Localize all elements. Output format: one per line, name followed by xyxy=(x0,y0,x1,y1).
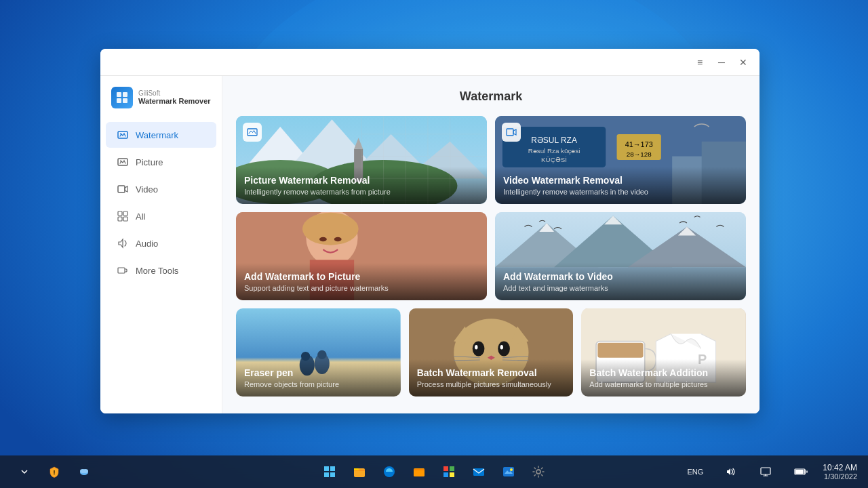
svg-rect-12 xyxy=(123,211,127,216)
sidebar-item-audio[interactable]: Audio xyxy=(106,230,216,256)
language-label: ENG xyxy=(687,468,703,476)
svg-rect-97 xyxy=(473,468,484,476)
menu-button[interactable]: ≡ xyxy=(692,54,708,70)
title-bar: ≡ ─ ✕ xyxy=(100,49,760,76)
taskbar-mail[interactable] xyxy=(465,458,492,485)
taskbar-file-explorer[interactable] xyxy=(346,458,373,485)
audio-icon xyxy=(117,237,129,249)
taskbar-ms-store[interactable] xyxy=(435,458,462,485)
picture-icon-badge xyxy=(243,123,262,142)
card-video-watermark-removal[interactable]: RƏSUL RZA Rəsul Rza küçəsi KÜÇƏSİ 41→173… xyxy=(495,116,746,204)
svg-text:41→173: 41→173 xyxy=(625,141,653,149)
taskbar-start-button[interactable] xyxy=(316,458,343,485)
card-subtitle-4: Add text and image watermarks xyxy=(503,284,738,292)
svg-text:!: ! xyxy=(54,469,56,476)
svg-rect-87 xyxy=(330,466,335,471)
time-date-block[interactable]: 10:42 AM 1/30/2022 xyxy=(823,463,857,481)
taskbar-photos[interactable] xyxy=(495,458,522,485)
svg-point-50 xyxy=(302,213,359,245)
sidebar-watermark-label: Watermark xyxy=(136,130,178,140)
svg-point-51 xyxy=(319,237,327,242)
card-subtitle-5: Remove objects from picture xyxy=(244,380,393,388)
card-batch-watermark-addition[interactable]: P Batch Watermark Addition Add watermark… xyxy=(581,308,746,396)
svg-rect-101 xyxy=(761,468,770,474)
card-overlay-7: Batch Watermark Addition Add watermarks … xyxy=(581,359,746,396)
svg-rect-86 xyxy=(324,466,329,471)
close-button[interactable]: ✕ xyxy=(735,54,751,70)
svg-rect-13 xyxy=(118,217,122,221)
taskbar-lang[interactable]: ENG xyxy=(682,458,709,485)
card-subtitle-2: Intelligently remove watermarks in the v… xyxy=(503,188,738,196)
taskbar-overflow-button[interactable] xyxy=(11,458,38,485)
sidebar-item-video[interactable]: Video xyxy=(106,176,216,202)
card-title-7: Batch Watermark Addition xyxy=(589,367,738,378)
sidebar-item-picture[interactable]: Picture xyxy=(106,149,216,175)
svg-rect-93 xyxy=(443,466,448,471)
app-logo: GiliSoft Watermark Remover xyxy=(100,87,222,122)
svg-point-7 xyxy=(120,134,121,135)
svg-rect-80 xyxy=(598,343,644,358)
card-subtitle-6: Process multiple pictures simultaneously xyxy=(417,380,566,388)
svg-rect-15 xyxy=(118,268,125,273)
taskbar-shield-warning[interactable]: ! xyxy=(41,458,68,485)
svg-rect-4 xyxy=(117,98,121,103)
sidebar-item-all[interactable]: All xyxy=(106,203,216,229)
logo-text: GiliSoft Watermark Remover xyxy=(138,89,211,106)
taskbar-settings[interactable] xyxy=(525,458,552,485)
svg-rect-5 xyxy=(123,98,127,103)
all-icon xyxy=(117,210,129,222)
sidebar-audio-label: Audio xyxy=(136,239,158,249)
sidebar-item-more-tools[interactable]: More Tools xyxy=(106,258,216,283)
taskbar-battery[interactable] xyxy=(787,458,814,485)
taskbar-display[interactable] xyxy=(752,458,779,485)
card-add-watermark-picture[interactable]: Add Watermark to Picture Support adding … xyxy=(236,212,487,300)
card-overlay-2: Video Watermark Removal Intelligently re… xyxy=(495,167,746,204)
card-inner-6: Batch Watermark Removal Process multiple… xyxy=(409,308,574,396)
taskbar-right: ENG 10:42 AM xyxy=(682,458,857,485)
svg-point-85 xyxy=(83,469,88,473)
video-icon-badge xyxy=(502,123,521,142)
card-overlay-4: Add Watermark to Video Add text and imag… xyxy=(495,263,746,300)
card-row-2: Add Watermark to Picture Support adding … xyxy=(236,212,746,300)
date: 1/30/2022 xyxy=(823,472,857,481)
taskbar-cloud-icon[interactable] xyxy=(71,458,98,485)
card-title-4: Add Watermark to Video xyxy=(503,271,738,282)
svg-rect-95 xyxy=(443,472,448,477)
sidebar-item-watermark[interactable]: Watermark xyxy=(106,122,216,148)
svg-point-70 xyxy=(472,341,484,356)
taskbar-left: ! xyxy=(11,458,98,485)
taskbar-speaker[interactable] xyxy=(717,458,744,485)
svg-point-9 xyxy=(120,161,121,162)
svg-rect-96 xyxy=(450,472,454,477)
svg-point-100 xyxy=(536,470,540,474)
card-add-watermark-video[interactable]: Add Watermark to Video Add text and imag… xyxy=(495,212,746,300)
card-subtitle-1: Intelligently remove watermarks from pic… xyxy=(244,188,479,196)
svg-rect-103 xyxy=(795,470,804,474)
svg-text:RƏSUL RZA: RƏSUL RZA xyxy=(531,136,577,145)
card-overlay-1: Picture Watermark Removal Intelligently … xyxy=(236,167,487,204)
svg-rect-10 xyxy=(118,186,125,192)
taskbar-edge-browser[interactable] xyxy=(376,458,403,485)
svg-rect-46 xyxy=(507,129,513,136)
taskbar-folder[interactable] xyxy=(406,458,433,485)
app-window: ≡ ─ ✕ GiliSoft Watermark Remover xyxy=(100,49,760,413)
sidebar-all-label: All xyxy=(136,211,145,222)
card-title-5: Eraser pen xyxy=(244,367,393,378)
card-eraser-pen[interactable]: Eraser pen Remove objects from picture xyxy=(236,308,401,396)
card-overlay-5: Eraser pen Remove objects from picture xyxy=(236,359,401,396)
card-overlay-6: Batch Watermark Removal Process multiple… xyxy=(409,359,574,396)
svg-rect-2 xyxy=(117,92,121,97)
minimize-button[interactable]: ─ xyxy=(713,54,730,70)
card-batch-watermark-removal[interactable]: Batch Watermark Removal Process multiple… xyxy=(409,308,574,396)
card-picture-watermark-removal[interactable]: Picture Watermark Removal Intelligently … xyxy=(236,116,487,204)
watermark-icon xyxy=(117,129,129,141)
card-subtitle-3: Support adding text and picture watermar… xyxy=(244,284,479,292)
picture-icon xyxy=(117,156,129,168)
sidebar-picture-label: Picture xyxy=(136,157,163,167)
svg-rect-3 xyxy=(123,92,127,97)
card-title-1: Picture Watermark Removal xyxy=(244,175,479,186)
svg-rect-88 xyxy=(324,472,329,477)
clock: 10:42 AM xyxy=(823,463,857,472)
svg-point-99 xyxy=(510,468,513,471)
svg-point-72 xyxy=(475,345,477,350)
